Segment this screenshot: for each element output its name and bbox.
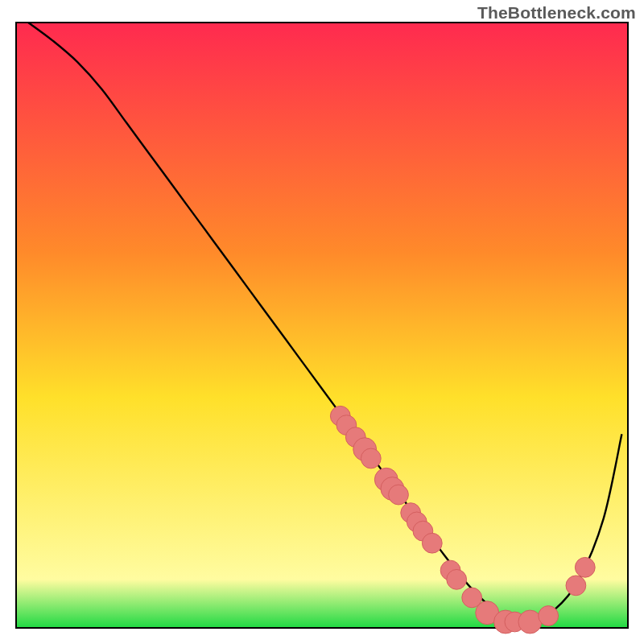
chart-stage: { "attribution": "TheBottleneck.com", "c… xyxy=(0,0,644,644)
curve-marker xyxy=(575,557,595,577)
curve-marker xyxy=(361,448,381,469)
plot-background xyxy=(16,23,628,628)
chart-svg xyxy=(0,0,644,644)
curve-marker xyxy=(518,610,542,634)
curve-marker xyxy=(422,533,442,553)
curve-marker xyxy=(447,569,467,589)
curve-marker xyxy=(566,576,586,596)
curve-marker xyxy=(539,606,559,626)
curve-marker xyxy=(389,485,409,505)
